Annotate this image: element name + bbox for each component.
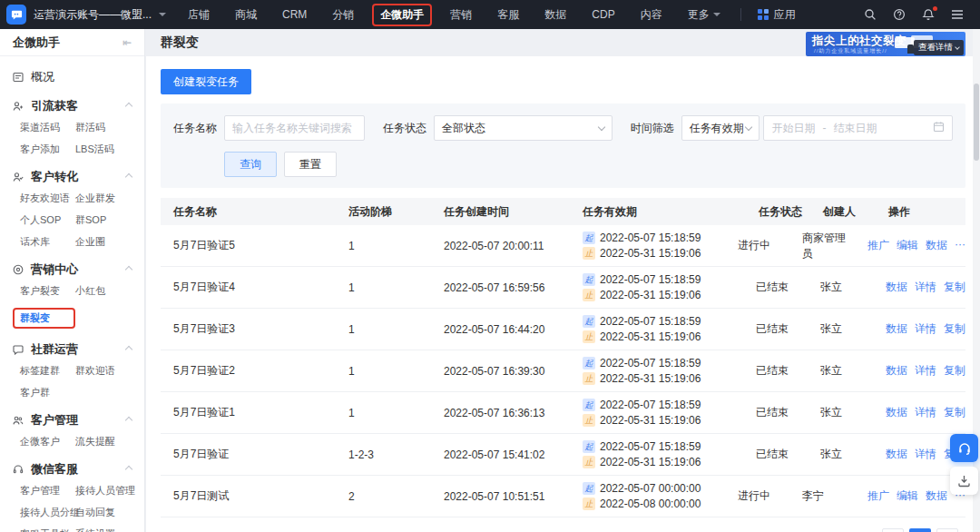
nav-item-content[interactable]: 内容 [628,0,675,29]
task-steps: 1 [336,323,431,336]
collapse-sidebar-icon[interactable]: ⇤ [122,36,132,49]
copy-link[interactable]: 复制 [944,363,965,379]
sidebar-item[interactable]: 群SOP [75,213,144,227]
task-steps: 1 [336,365,431,378]
sidebar-item[interactable]: 客户裂变 [20,284,75,298]
end-date-placeholder[interactable]: 结束日期 [833,121,877,136]
sidebar-item[interactable]: 话术库 [20,235,75,249]
time-type-select[interactable]: 任务有效期 [681,115,760,141]
nav-item-cdp[interactable]: CDP [579,0,627,29]
sidebar-item[interactable]: 渠道活码 [20,121,75,134]
nav-item-more[interactable]: 更多 [675,0,733,29]
nav-item-data[interactable]: 数据 [532,0,579,29]
account-switcher[interactable]: 运营演示账号——微盟... [34,7,152,23]
sidebar-item[interactable]: 接待人员管理 [75,484,144,498]
sidebar-item-overview[interactable]: 概况 [0,64,144,91]
prev-page-button[interactable] [882,528,904,532]
sidebar-item[interactable]: 客户管理 [20,484,75,498]
date-range-picker[interactable]: 开始日期 - 结束日期 [763,115,953,141]
notification-bell-icon[interactable] [922,8,935,21]
data-link[interactable]: 数据 [886,447,907,462]
reset-button[interactable]: 重置 [284,152,337,177]
page-number-active[interactable]: 1 [909,528,931,532]
sidebar-item-group-fission[interactable]: 群裂变 [20,312,50,323]
download-float-button[interactable] [950,467,978,495]
sidebar-item[interactable]: 好友欢迎语 [20,192,75,205]
task-created: 2022-05-07 16:44:20 [431,323,570,336]
sidebar-item[interactable]: 流失提醒 [75,435,144,448]
customer-service-float-button[interactable] [950,434,978,462]
sidebar-item[interactable]: LBS活码 [75,143,144,156]
copy-link[interactable]: 复制 [944,405,965,420]
next-page-button[interactable] [936,528,958,532]
nav-item-marketing[interactable]: 营销 [437,0,485,29]
table-row: 5月7日验证4 1 2022-05-07 16:59:56 起2022-05-0… [161,267,965,309]
banner-cta-button[interactable]: 查看详情 [914,40,964,55]
col-created: 任务创建时间 [431,204,570,220]
nav-item-mall[interactable]: 商城 [222,0,270,29]
sidebar-item[interactable]: 客户添加 [20,143,75,156]
section-header[interactable]: 社群运营 [0,338,144,361]
data-link[interactable]: 数据 [926,238,947,253]
sidebar-item[interactable]: 群欢迎语 [75,364,144,378]
sidebar-item[interactable]: 群活码 [75,121,144,134]
sidebar-item[interactable]: 小红包 [75,284,144,298]
sidebar-item[interactable]: 客户群 [20,386,75,399]
section-header[interactable]: 引流获客 [0,94,144,118]
nav-item-qiwei-assistant[interactable]: 企微助手 [367,0,437,29]
edit-link[interactable]: 编辑 [897,238,918,253]
sidebar-section-acquisition: 引流获客 渠道活码 群活码 客户添加 LBS活码 [0,94,144,162]
copy-link[interactable]: 复制 [944,321,965,337]
section-header[interactable]: 营销中心 [0,258,144,281]
nav-item-service[interactable]: 客服 [485,0,532,29]
task-name-input[interactable] [224,115,365,141]
sidebar-item[interactable]: 客服工具栏 [20,527,75,532]
chevron-up-icon [125,417,132,424]
search-icon[interactable] [864,8,877,21]
task-creator: 张立 [808,363,873,379]
copy-link[interactable]: 复制 [944,280,965,295]
help-icon[interactable] [893,8,906,21]
app-logo-icon[interactable] [6,5,26,25]
sidebar-item[interactable]: 个人SOP [20,213,75,227]
sidebar-item[interactable]: 企业圈 [75,235,144,249]
sidebar-item[interactable]: 企微客户 [20,435,75,448]
nav-item-crm[interactable]: CRM [270,0,319,29]
promo-banner[interactable]: 指尖上的社交裂变 //助力企业私域流量增长// 查看详情 [806,32,965,56]
nav-item-distribution[interactable]: 分销 [319,0,367,29]
detail-link[interactable]: 详情 [915,405,936,420]
data-link[interactable]: 数据 [886,321,907,337]
sidebar-item[interactable]: 系统设置 [75,527,144,532]
chevron-down-icon [745,123,752,130]
nav-item-apps[interactable]: 应用 [749,7,805,23]
data-link[interactable]: 数据 [886,363,907,379]
detail-link[interactable]: 详情 [915,447,936,462]
promote-link[interactable]: 推广 [867,238,889,253]
query-button[interactable]: 查询 [224,152,277,177]
start-date-placeholder[interactable]: 开始日期 [771,121,815,136]
sidebar-section-conversion: 客户转化 好友欢迎语 企业群发 个人SOP 群SOP 话术库 企业圈 [0,165,144,254]
data-link[interactable]: 数据 [886,280,907,295]
sidebar-item[interactable]: 企业群发 [75,192,144,205]
create-fission-task-button[interactable]: 创建裂变任务 [161,69,251,94]
section-header[interactable]: 客户管理 [0,409,144,432]
detail-link[interactable]: 详情 [915,363,936,379]
scrollbar-thumb[interactable] [974,84,979,161]
detail-link[interactable]: 详情 [915,321,936,337]
sidebar-item[interactable]: 标签建群 [20,364,75,378]
nav-item-shop[interactable]: 店铺 [175,0,222,29]
hamburger-menu-icon[interactable] [951,9,964,20]
users-icon [13,415,24,426]
section-header[interactable]: 客户转化 [0,165,144,189]
data-link[interactable]: 数据 [926,488,947,504]
sidebar-item[interactable]: 接待人员分组 [20,506,75,519]
data-link[interactable]: 数据 [886,405,907,420]
section-header[interactable]: 微信客服 [0,458,144,481]
row-actions: 数据 详情 复制 [873,321,965,337]
edit-link[interactable]: 编辑 [897,488,918,504]
detail-link[interactable]: 详情 [915,280,936,295]
more-actions-link[interactable]: ··· [955,238,965,253]
sidebar-item[interactable]: 自动回复 [75,506,144,519]
task-status-select[interactable]: 全部状态 [434,115,612,141]
promote-link[interactable]: 推广 [867,488,889,504]
